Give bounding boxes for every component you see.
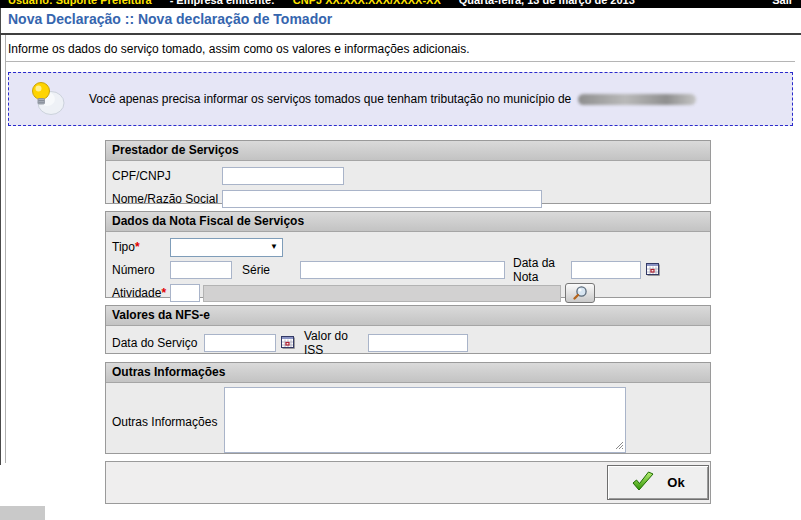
status-strip-text: Usuário: Suporte Prefeitura - Empresa em… [0, 0, 801, 6]
outras-informacoes-label: Outras Informações [112, 415, 224, 429]
atividade-codigo-input[interactable] [170, 284, 200, 302]
atividade-descricao-field [203, 285, 561, 302]
nome-razao-social-input[interactable] [222, 190, 542, 208]
frame-border-line-dark [0, 8, 1, 465]
required-mark: * [135, 240, 140, 254]
valor-do-iss-label: Valor do ISS [304, 329, 368, 357]
page-subtitle: Informe os dados do serviço tomado, assi… [8, 42, 470, 56]
section-title: Prestador de Serviços [106, 141, 710, 161]
status-exit-link: Sair [772, 0, 793, 6]
outras-informacoes-textarea[interactable] [224, 387, 626, 453]
tipo-label: Tipo* [112, 240, 170, 254]
calendar-icon[interactable] [280, 334, 296, 353]
cpf-cnpj-input[interactable] [222, 167, 344, 185]
data-do-servico-label: Data do Serviço [112, 336, 204, 350]
magnifier-icon [568, 285, 592, 301]
status-user-text: Usuário: Suporte Prefeitura [8, 0, 152, 6]
numero-label: Número [112, 263, 170, 277]
tipo-select[interactable]: ▼ [170, 238, 283, 257]
required-mark: * [161, 286, 166, 300]
notice-text: Você apenas precisa informar os serviços… [89, 92, 696, 106]
data-da-nota-label: Data da Nota [513, 256, 571, 284]
data-do-servico-input[interactable] [204, 334, 276, 352]
status-strip: Usuário: Suporte Prefeitura - Empresa em… [0, 0, 801, 8]
nome-razao-social-label: Nome/Razão Social [112, 192, 222, 206]
section-valores-nfse: Valores da NFS-e Data do Serviço [105, 305, 711, 354]
horizontal-divider [6, 61, 795, 62]
status-company-label: - Empresa emitente: [170, 0, 275, 6]
ok-button-label: Ok [667, 475, 684, 490]
serie-input[interactable] [300, 261, 505, 279]
serie-label: Série [242, 263, 300, 277]
atividade-label: Atividade* [112, 286, 170, 300]
green-check-icon [631, 471, 655, 495]
frame-border-line-light [5, 35, 6, 463]
data-da-nota-input[interactable] [571, 261, 641, 279]
status-cnpj-text: CNPJ XX.XXX.XXX/XXXX-XX [293, 0, 441, 6]
section-prestador-servicos: Prestador de Serviços CPF/CNPJ Nome/Razã… [105, 140, 711, 204]
cpf-cnpj-label: CPF/CNPJ [112, 169, 222, 183]
atividade-search-button[interactable] [565, 283, 595, 303]
title-divider [0, 33, 801, 35]
lightbulb-icon [27, 78, 67, 121]
page-title: Nova Declaração :: Nova declaração de To… [8, 11, 332, 27]
ok-button[interactable]: Ok [607, 465, 709, 500]
notice-box: Você apenas precisa informar os serviços… [8, 72, 793, 126]
status-date-text: Quarta-feira, 13 de março de 2013 [459, 0, 635, 6]
scroll-corner [0, 506, 45, 520]
valor-do-iss-input[interactable] [368, 334, 468, 352]
redacted-municipality [578, 94, 696, 105]
resize-handle[interactable] [615, 439, 624, 453]
section-outras-informacoes: Outras Informações Outras Informações [105, 362, 711, 454]
section-title: Outras Informações [106, 363, 710, 383]
numero-input[interactable] [170, 261, 232, 279]
calendar-icon[interactable] [645, 261, 661, 280]
section-dados-nota-fiscal: Dados da Nota Fiscal de Serviços Tipo* ▼… [105, 211, 711, 298]
action-bar: Ok [105, 461, 711, 504]
section-title: Valores da NFS-e [106, 306, 710, 326]
section-title: Dados da Nota Fiscal de Serviços [106, 212, 710, 232]
chevron-down-icon: ▼ [270, 243, 278, 251]
